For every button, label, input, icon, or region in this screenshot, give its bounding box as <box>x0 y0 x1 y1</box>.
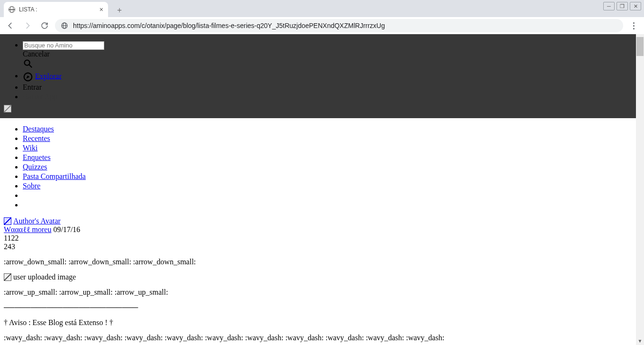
svg-point-3 <box>25 60 30 65</box>
user-image-alt: user uploaded image <box>13 273 76 281</box>
user-image-placeholder: user uploaded image <box>4 273 632 281</box>
reload-icon <box>40 21 49 30</box>
nav-link[interactable]: Wiki <box>23 144 37 152</box>
forward-button <box>21 19 34 32</box>
arrow-left-icon <box>6 21 15 30</box>
login-item[interactable]: Entrar <box>23 83 632 92</box>
explore-item: Explorar <box>23 72 632 82</box>
nav-item-empty <box>23 201 632 209</box>
search-icon[interactable] <box>23 58 33 69</box>
browser-tab[interactable]: LISTA : × <box>4 2 108 17</box>
avatar-line: Author's Avatar <box>4 217 632 225</box>
post-date: 09/17/16 <box>53 225 80 233</box>
nav-item-empty <box>23 191 632 200</box>
cancel-search[interactable]: Cancelar <box>23 50 632 58</box>
vertical-scrollbar[interactable]: ▲ ▼ <box>636 34 644 345</box>
close-tab-icon[interactable]: × <box>100 6 103 13</box>
scroll-thumb[interactable] <box>636 37 644 56</box>
comment-count: 243 <box>4 242 632 251</box>
nav-item-wiki: Wiki <box>23 144 632 152</box>
wavy-line: :wavy_dash: :wavy_dash: :wavy_dash: :wav… <box>4 334 632 342</box>
compass-icon <box>23 72 33 82</box>
minimize-button[interactable]: ─ <box>603 2 615 10</box>
site-info-icon[interactable] <box>61 22 68 29</box>
nav-item-destaques: Destaques <box>23 125 632 133</box>
maximize-button[interactable]: ❐ <box>617 2 628 10</box>
broken-image-icon <box>4 217 11 225</box>
address-bar: https://aminoapps.com/c/otanix/page/blog… <box>0 17 644 34</box>
nav-link[interactable]: Sobre <box>23 182 40 190</box>
warning-line: † Aviso : Esse Blog está Extenso ! † <box>4 318 632 327</box>
nav-item-pasta: Pasta Compartilhada <box>23 172 632 181</box>
broken-image-icon <box>4 105 11 112</box>
scroll-down-icon[interactable]: ▼ <box>636 337 644 345</box>
avatar-link[interactable]: Author's Avatar <box>13 217 61 225</box>
back-button[interactable] <box>4 19 17 32</box>
nav-item-recentes: Recentes <box>23 134 632 143</box>
explore-link[interactable]: Explorar <box>35 72 62 80</box>
nav-link[interactable]: Enquetes <box>23 153 51 161</box>
article-body: Author's Avatar Wαααℓℓ moreu 09/17/16 11… <box>0 214 636 345</box>
tab-title: LISTA : <box>19 6 37 13</box>
globe-icon <box>9 6 15 13</box>
new-tab-button[interactable]: + <box>113 4 126 17</box>
nav-item-sobre: Sobre <box>23 182 632 190</box>
tab-bar: LISTA : × + ─ ❐ ✕ <box>0 0 644 17</box>
close-window-button[interactable]: ✕ <box>630 2 641 10</box>
arrows-down-line: :arrow_down_small: :arrow_down_small: :a… <box>4 258 632 266</box>
browser-menu-button[interactable] <box>627 19 640 32</box>
arrow-right-icon <box>23 21 32 30</box>
arrows-up-line: :arrow_up_small: :arrow_up_small: :arrow… <box>4 288 632 297</box>
page-content: Cancelar Explorar Entrar Baixar App Dest… <box>0 34 636 345</box>
url-text: https://aminoapps.com/c/otanix/page/blog… <box>73 22 385 29</box>
reload-button[interactable] <box>38 19 51 32</box>
getapp-item[interactable]: Baixar App <box>23 93 632 101</box>
nav-link[interactable]: Pasta Compartilhada <box>23 172 86 180</box>
broken-image-icon <box>4 273 11 281</box>
author-line: Wαααℓℓ moreu 09/17/16 <box>4 225 632 234</box>
svg-line-4 <box>29 65 32 67</box>
nav-item-enquetes: Enquetes <box>23 153 632 162</box>
url-field[interactable]: https://aminoapps.com/c/otanix/page/blog… <box>55 19 623 32</box>
nav-link[interactable]: Recentes <box>23 134 50 142</box>
search-item: Cancelar <box>23 41 632 71</box>
browser-chrome: LISTA : × + ─ ❐ ✕ https://aminoapps.com/… <box>0 0 644 34</box>
page-viewport: Cancelar Explorar Entrar Baixar App Dest… <box>0 34 644 345</box>
dots-vertical-icon <box>633 22 635 29</box>
divider-line: ───────────────────────── <box>4 303 632 312</box>
search-input[interactable] <box>23 41 104 50</box>
like-count: 1122 <box>4 234 632 242</box>
community-nav: Destaques Recentes Wiki Enquetes Quizzes… <box>0 118 636 214</box>
nav-link[interactable]: Destaques <box>23 125 54 133</box>
window-controls: ─ ❐ ✕ <box>603 2 641 10</box>
nav-link[interactable]: Quizzes <box>23 163 47 171</box>
author-link[interactable]: Wαααℓℓ moreu <box>4 225 51 233</box>
nav-item-quizzes: Quizzes <box>23 163 632 171</box>
top-header: Cancelar Explorar Entrar Baixar App <box>0 34 636 118</box>
